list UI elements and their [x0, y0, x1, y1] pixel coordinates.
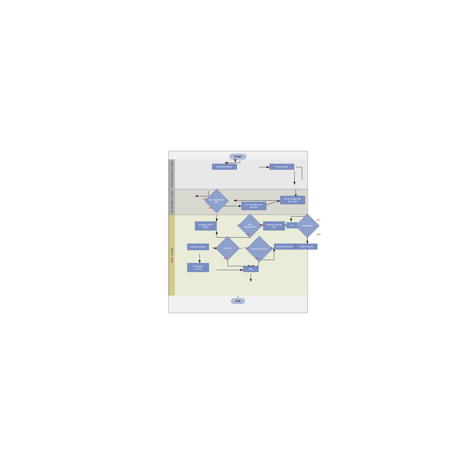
channel-idle-no: NO — [317, 219, 320, 221]
channel-idle-text: Channel Idle? — [302, 224, 313, 227]
rx-beacon-node: Rx beacon received? — [250, 240, 269, 258]
application-layer: APPLICATION LAYER Packet generati — [169, 159, 307, 190]
app-layer-label: APPLICATION LAYER — [169, 159, 175, 189]
check-routing-node: Check routing table for a route — [280, 196, 305, 204]
selected-text: Selected? — [224, 247, 231, 250]
sleep-node: Sleep — [243, 266, 258, 272]
ack-packet-node: ACK packet received — [187, 263, 209, 272]
network-layer-content: Has a destination to sink? YES NO Check … — [175, 189, 307, 215]
mac-layer-content: Exchange SYNC Packet Nodes Synchronized?… — [175, 215, 307, 296]
channel-idle-node: Channel Idle? — [299, 217, 316, 234]
app-layer-content: Packet generation Priority assign — [175, 159, 307, 189]
wait-rx-node: Wait for Rx beacon — [274, 244, 296, 250]
svg-line-10 — [266, 201, 280, 205]
channel-idle-yes: YES — [317, 233, 321, 236]
has-dest-yes: YES — [203, 198, 207, 200]
end-node: END — [231, 298, 245, 304]
network-layer-label: NETWORK LAYER — [169, 189, 175, 215]
rx-beacon-yes: YES — [244, 247, 248, 249]
has-destination-text: Has a destination to sink? — [208, 199, 225, 203]
has-dest-no: NO — [209, 207, 212, 209]
nodes-sync-node: Nodes Synchronized? — [241, 217, 258, 234]
rx-beacon-text: Rx beacon received? — [251, 248, 267, 250]
selected-yes: YES — [213, 247, 217, 249]
diagram-wrapper: START APPLICATION LAYER — [168, 151, 308, 313]
packet-gen-node: Packet generation — [212, 164, 237, 170]
priority-assign-node: Priority assign — [269, 164, 294, 170]
network-layer: NETWORK LAYER — [169, 189, 307, 215]
exchange-sync-node: Exchange SYNC Packet — [195, 222, 217, 231]
start-node: START — [230, 154, 246, 159]
send-tx-node: Send Tx beacon — [296, 244, 317, 250]
rx-beacon-no: NO — [256, 257, 258, 260]
mac-layer: MAC LAYER — [169, 215, 307, 296]
send-data-node: Send Data Packet — [187, 244, 209, 250]
nodes-sync-no: NO — [247, 233, 250, 236]
nodes-sync-yes: YES — [259, 223, 263, 226]
mac-layer-label: MAC LAYER — [169, 215, 175, 296]
selected-node: Selected? — [219, 240, 236, 257]
use-route-node: Use route discovery operation — [241, 202, 266, 210]
wait-wakeup-node: Wait for wake-up time — [263, 222, 285, 231]
selected-no: NO — [224, 257, 227, 260]
nodes-sync-text: Nodes Synchronized? — [241, 223, 258, 228]
